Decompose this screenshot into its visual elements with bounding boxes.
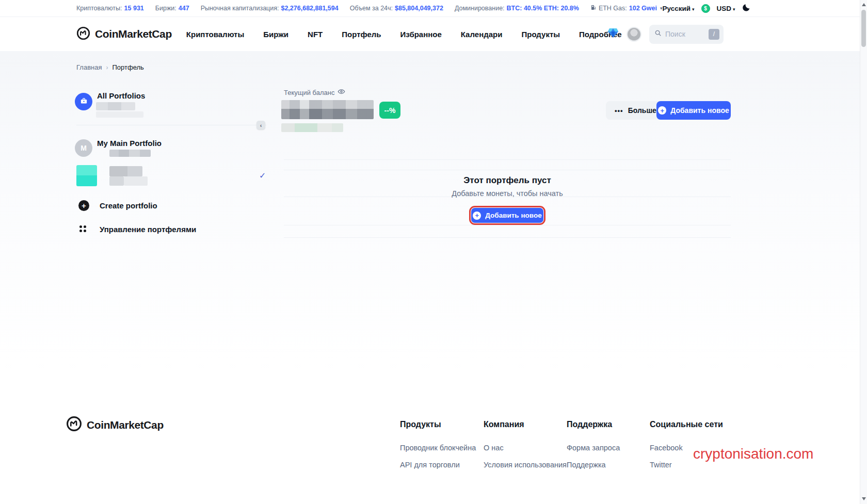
manage-portfolios-button[interactable]: Управление портфелями	[100, 225, 196, 234]
row-separator	[284, 225, 731, 225]
theme-toggle[interactable]	[742, 3, 751, 13]
empty-portfolio-subtitle: Добавьте монеты, чтобы начать	[284, 189, 731, 198]
plus-icon: +	[473, 212, 481, 220]
footer-brand-logo[interactable]: CoinMarketCap	[66, 416, 164, 434]
stat-value-link[interactable]: BTC: 40.5% ETH: 20.8%	[507, 5, 579, 12]
breadcrumb: Главная › Портфель	[76, 63, 144, 71]
currency-coin-icon: $	[701, 4, 710, 13]
chevron-down-icon: ▾	[733, 7, 735, 12]
footer-col-support-title: Поддержка	[567, 420, 612, 429]
plus-circle-icon[interactable]: +	[78, 200, 89, 211]
add-new-label: Добавить новое	[670, 106, 729, 115]
breadcrumb-separator: ›	[106, 64, 108, 71]
search-input[interactable]	[665, 30, 701, 38]
stat-volume24h: Объем за 24ч: $85,804,049,372	[350, 5, 443, 12]
brand-logo[interactable]: CoinMarketCap	[76, 26, 172, 42]
main-portfolio-title[interactable]: My Main Portfolio	[97, 139, 162, 148]
global-stats-bar: Криптовалюты: 15 931 Биржи: 447 Рыночная…	[0, 0, 860, 17]
plus-icon: +	[658, 106, 666, 115]
breadcrumb-current: Портфель	[112, 63, 143, 71]
nav-cryptocurrencies[interactable]: Криптовалюты	[186, 30, 244, 39]
main-nav: Криптовалюты Биржи NFT Портфель Избранно…	[186, 30, 622, 39]
stat-value-link[interactable]: 102 Gwei	[629, 5, 657, 12]
all-portfolios-title[interactable]: All Portfolios	[97, 91, 145, 100]
stat-label: Биржи:	[155, 5, 176, 12]
footer-link-about[interactable]: О нас	[484, 444, 504, 452]
blurred-balance-change	[281, 123, 343, 132]
add-new-button[interactable]: + Добавить новое	[656, 101, 731, 120]
search-icon	[654, 29, 662, 39]
stat-value-link[interactable]: 447	[179, 5, 189, 12]
nav-nft[interactable]: NFT	[308, 30, 323, 39]
blurred-portfolio-value	[109, 150, 151, 157]
footer-link-facebook[interactable]: Facebook	[650, 444, 683, 452]
balance-change-badge: --%	[379, 102, 400, 119]
nav-calendars[interactable]: Календари	[461, 30, 503, 39]
coinmarketcap-mark-icon	[66, 416, 82, 434]
footer-link-support[interactable]: Поддержка	[567, 461, 606, 469]
scrollbar-thumb[interactable]	[861, 10, 866, 47]
add-new-center-label: Добавить новое	[485, 212, 541, 219]
add-new-button-center[interactable]: + Добавить новое	[471, 208, 543, 223]
gas-pump-icon	[590, 4, 597, 12]
scrollbar-up-arrow[interactable]	[862, 3, 866, 6]
currency-selector[interactable]: USD▾	[717, 5, 735, 12]
stat-eth-gas: ETH Gas: 102 Gwei ▾	[590, 4, 663, 12]
moon-icon	[742, 6, 751, 13]
nav-portfolio[interactable]: Портфель	[342, 30, 381, 39]
currency-label: USD	[717, 5, 732, 12]
create-portfolio-button[interactable]: Create portfolio	[100, 201, 157, 210]
brand-name: CoinMarketCap	[95, 28, 172, 40]
portfolio-color-swatch[interactable]	[76, 165, 97, 186]
stat-value-link[interactable]: $2,276,682,881,594	[281, 5, 338, 12]
balance-label-text: Текущий баланс	[284, 89, 334, 96]
stat-value-link[interactable]: 15 931	[124, 5, 144, 12]
empty-cta-wrap: + Добавить новое	[284, 206, 731, 225]
chevron-down-icon: ▾	[692, 7, 695, 12]
watermark-text: cryptonisation.com	[693, 446, 813, 462]
nav-products[interactable]: Продукты	[521, 30, 560, 39]
coinmarketcap-mark-icon	[76, 26, 90, 42]
nav-exchanges[interactable]: Биржи	[263, 30, 288, 39]
footer-link-trading-api[interactable]: API для торговли	[400, 461, 460, 469]
stat-label: Доминирование:	[455, 5, 505, 12]
row-separator	[284, 237, 731, 238]
stat-value-link[interactable]: $85,804,049,372	[395, 5, 443, 12]
briefcase-icon	[80, 97, 88, 107]
stat-dominance: Доминирование: BTC: 40.5% ETH: 20.8%	[455, 5, 579, 12]
topbar-right: Русский▾ $ USD▾	[663, 3, 751, 13]
all-portfolios-item[interactable]	[75, 93, 92, 110]
nav-watchlist[interactable]: Избранное	[400, 30, 442, 39]
language-selector[interactable]: Русский▾	[663, 5, 695, 12]
stat-marketcap: Рыночная капитализация: $2,276,682,881,5…	[201, 5, 339, 12]
content-background	[0, 51, 860, 504]
scrollbar-down-arrow[interactable]	[862, 497, 866, 500]
stat-label: ETH Gas:	[599, 5, 627, 12]
blurred-portfolio-amount	[109, 176, 124, 186]
slash-shortcut-key: /	[709, 29, 719, 40]
sidebar-collapse-button[interactable]: ‹	[256, 121, 265, 129]
footer-link-blockchain-explorer[interactable]: Проводник блокчейна	[400, 444, 476, 452]
selected-check-icon: ✓	[259, 171, 266, 181]
manage-portfolios-icon[interactable]	[79, 225, 86, 232]
blurred-portfolio-amount-2	[124, 176, 148, 186]
main-portfolio-avatar[interactable]: M	[75, 139, 92, 157]
current-balance-label: Текущий баланс	[284, 88, 345, 97]
breadcrumb-home[interactable]: Главная	[76, 63, 102, 71]
blurred-balance-value	[281, 100, 374, 119]
more-button-label: Больше	[628, 106, 656, 115]
footer-brand-name: CoinMarketCap	[87, 419, 164, 431]
highlight-annotation-box: + Добавить новое	[469, 206, 545, 225]
footer-link-terms[interactable]: Условия использования	[484, 461, 567, 469]
diamond-icon[interactable]	[607, 28, 619, 40]
header-right: /	[607, 25, 724, 44]
footer-link-twitter[interactable]: Twitter	[650, 461, 672, 469]
footer-link-request-form[interactable]: Форма запроса	[567, 444, 620, 452]
stat-label: Объем за 24ч:	[350, 5, 393, 12]
scrollbar[interactable]	[860, 0, 867, 504]
eye-icon[interactable]	[338, 88, 345, 97]
ellipsis-icon: •••	[615, 107, 623, 115]
search-box[interactable]: /	[649, 25, 724, 44]
user-avatar[interactable]	[627, 27, 641, 42]
blurred-total-value	[96, 102, 135, 110]
